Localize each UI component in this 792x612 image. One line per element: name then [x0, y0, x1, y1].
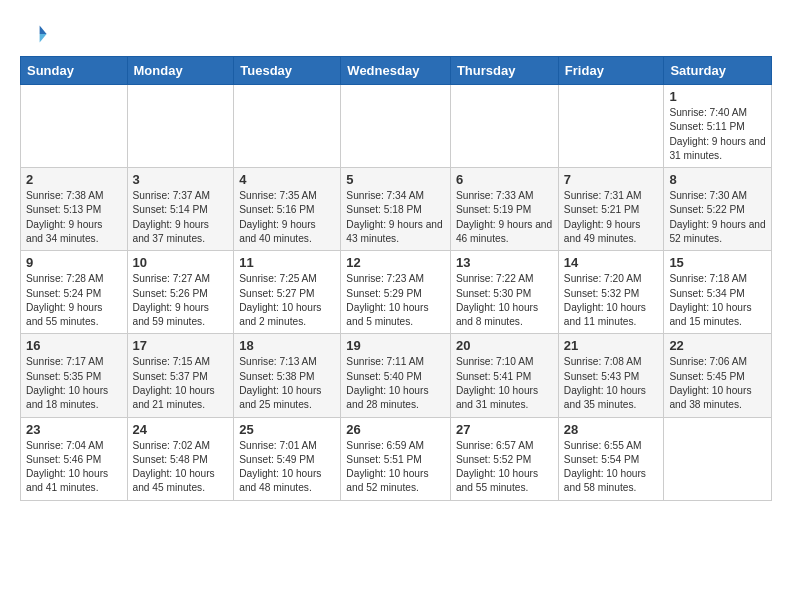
day-cell: 20Sunrise: 7:10 AMSunset: 5:41 PMDayligh…	[450, 334, 558, 417]
day-number: 7	[564, 172, 659, 187]
day-info: Sunrise: 7:10 AMSunset: 5:41 PMDaylight:…	[456, 355, 553, 412]
weekday-header-thursday: Thursday	[450, 57, 558, 85]
weekday-header-saturday: Saturday	[664, 57, 772, 85]
day-cell: 5Sunrise: 7:34 AMSunset: 5:18 PMDaylight…	[341, 168, 451, 251]
weekday-header-monday: Monday	[127, 57, 234, 85]
day-number: 27	[456, 422, 553, 437]
day-info: Sunrise: 7:33 AMSunset: 5:19 PMDaylight:…	[456, 189, 553, 246]
day-cell	[664, 417, 772, 500]
weekday-header-wednesday: Wednesday	[341, 57, 451, 85]
day-cell: 27Sunrise: 6:57 AMSunset: 5:52 PMDayligh…	[450, 417, 558, 500]
day-number: 5	[346, 172, 445, 187]
day-number: 16	[26, 338, 122, 353]
day-info: Sunrise: 7:37 AMSunset: 5:14 PMDaylight:…	[133, 189, 229, 246]
day-info: Sunrise: 7:27 AMSunset: 5:26 PMDaylight:…	[133, 272, 229, 329]
day-number: 8	[669, 172, 766, 187]
weekday-header-row: SundayMondayTuesdayWednesdayThursdayFrid…	[21, 57, 772, 85]
day-info: Sunrise: 7:04 AMSunset: 5:46 PMDaylight:…	[26, 439, 122, 496]
day-info: Sunrise: 7:34 AMSunset: 5:18 PMDaylight:…	[346, 189, 445, 246]
day-info: Sunrise: 6:55 AMSunset: 5:54 PMDaylight:…	[564, 439, 659, 496]
calendar-table: SundayMondayTuesdayWednesdayThursdayFrid…	[20, 56, 772, 501]
logo-icon	[20, 20, 48, 48]
day-number: 3	[133, 172, 229, 187]
day-cell: 13Sunrise: 7:22 AMSunset: 5:30 PMDayligh…	[450, 251, 558, 334]
day-info: Sunrise: 7:30 AMSunset: 5:22 PMDaylight:…	[669, 189, 766, 246]
day-number: 9	[26, 255, 122, 270]
day-cell	[450, 85, 558, 168]
day-cell	[234, 85, 341, 168]
day-info: Sunrise: 7:35 AMSunset: 5:16 PMDaylight:…	[239, 189, 335, 246]
svg-marker-2	[40, 34, 47, 42]
page: SundayMondayTuesdayWednesdayThursdayFrid…	[0, 0, 792, 517]
day-cell: 12Sunrise: 7:23 AMSunset: 5:29 PMDayligh…	[341, 251, 451, 334]
day-cell: 6Sunrise: 7:33 AMSunset: 5:19 PMDaylight…	[450, 168, 558, 251]
day-cell: 22Sunrise: 7:06 AMSunset: 5:45 PMDayligh…	[664, 334, 772, 417]
day-cell: 1Sunrise: 7:40 AMSunset: 5:11 PMDaylight…	[664, 85, 772, 168]
day-info: Sunrise: 7:02 AMSunset: 5:48 PMDaylight:…	[133, 439, 229, 496]
day-number: 13	[456, 255, 553, 270]
day-info: Sunrise: 7:20 AMSunset: 5:32 PMDaylight:…	[564, 272, 659, 329]
day-number: 2	[26, 172, 122, 187]
day-number: 20	[456, 338, 553, 353]
day-info: Sunrise: 7:11 AMSunset: 5:40 PMDaylight:…	[346, 355, 445, 412]
week-row-2: 2Sunrise: 7:38 AMSunset: 5:13 PMDaylight…	[21, 168, 772, 251]
day-number: 21	[564, 338, 659, 353]
day-cell: 10Sunrise: 7:27 AMSunset: 5:26 PMDayligh…	[127, 251, 234, 334]
day-info: Sunrise: 7:18 AMSunset: 5:34 PMDaylight:…	[669, 272, 766, 329]
day-number: 4	[239, 172, 335, 187]
day-cell: 23Sunrise: 7:04 AMSunset: 5:46 PMDayligh…	[21, 417, 128, 500]
header	[20, 16, 772, 48]
day-cell: 15Sunrise: 7:18 AMSunset: 5:34 PMDayligh…	[664, 251, 772, 334]
day-cell	[127, 85, 234, 168]
day-info: Sunrise: 7:31 AMSunset: 5:21 PMDaylight:…	[564, 189, 659, 246]
day-number: 24	[133, 422, 229, 437]
day-info: Sunrise: 7:15 AMSunset: 5:37 PMDaylight:…	[133, 355, 229, 412]
day-cell: 17Sunrise: 7:15 AMSunset: 5:37 PMDayligh…	[127, 334, 234, 417]
day-cell: 7Sunrise: 7:31 AMSunset: 5:21 PMDaylight…	[558, 168, 664, 251]
day-cell: 19Sunrise: 7:11 AMSunset: 5:40 PMDayligh…	[341, 334, 451, 417]
weekday-header-friday: Friday	[558, 57, 664, 85]
week-row-1: 1Sunrise: 7:40 AMSunset: 5:11 PMDaylight…	[21, 85, 772, 168]
day-info: Sunrise: 7:40 AMSunset: 5:11 PMDaylight:…	[669, 106, 766, 163]
day-number: 23	[26, 422, 122, 437]
day-number: 19	[346, 338, 445, 353]
day-cell: 11Sunrise: 7:25 AMSunset: 5:27 PMDayligh…	[234, 251, 341, 334]
day-cell	[21, 85, 128, 168]
day-info: Sunrise: 7:23 AMSunset: 5:29 PMDaylight:…	[346, 272, 445, 329]
day-cell: 3Sunrise: 7:37 AMSunset: 5:14 PMDaylight…	[127, 168, 234, 251]
day-cell: 26Sunrise: 6:59 AMSunset: 5:51 PMDayligh…	[341, 417, 451, 500]
weekday-header-tuesday: Tuesday	[234, 57, 341, 85]
week-row-5: 23Sunrise: 7:04 AMSunset: 5:46 PMDayligh…	[21, 417, 772, 500]
day-cell: 21Sunrise: 7:08 AMSunset: 5:43 PMDayligh…	[558, 334, 664, 417]
weekday-header-sunday: Sunday	[21, 57, 128, 85]
day-number: 11	[239, 255, 335, 270]
day-cell: 24Sunrise: 7:02 AMSunset: 5:48 PMDayligh…	[127, 417, 234, 500]
day-info: Sunrise: 7:17 AMSunset: 5:35 PMDaylight:…	[26, 355, 122, 412]
day-number: 18	[239, 338, 335, 353]
day-number: 25	[239, 422, 335, 437]
day-cell	[341, 85, 451, 168]
day-cell: 25Sunrise: 7:01 AMSunset: 5:49 PMDayligh…	[234, 417, 341, 500]
day-number: 28	[564, 422, 659, 437]
day-number: 6	[456, 172, 553, 187]
day-number: 22	[669, 338, 766, 353]
day-info: Sunrise: 7:06 AMSunset: 5:45 PMDaylight:…	[669, 355, 766, 412]
day-cell: 8Sunrise: 7:30 AMSunset: 5:22 PMDaylight…	[664, 168, 772, 251]
day-info: Sunrise: 7:01 AMSunset: 5:49 PMDaylight:…	[239, 439, 335, 496]
week-row-4: 16Sunrise: 7:17 AMSunset: 5:35 PMDayligh…	[21, 334, 772, 417]
day-cell: 9Sunrise: 7:28 AMSunset: 5:24 PMDaylight…	[21, 251, 128, 334]
day-cell: 14Sunrise: 7:20 AMSunset: 5:32 PMDayligh…	[558, 251, 664, 334]
day-cell	[558, 85, 664, 168]
day-info: Sunrise: 6:59 AMSunset: 5:51 PMDaylight:…	[346, 439, 445, 496]
day-cell: 16Sunrise: 7:17 AMSunset: 5:35 PMDayligh…	[21, 334, 128, 417]
svg-marker-1	[40, 26, 47, 34]
day-cell: 28Sunrise: 6:55 AMSunset: 5:54 PMDayligh…	[558, 417, 664, 500]
logo	[20, 20, 52, 48]
day-number: 17	[133, 338, 229, 353]
day-info: Sunrise: 7:28 AMSunset: 5:24 PMDaylight:…	[26, 272, 122, 329]
day-cell: 4Sunrise: 7:35 AMSunset: 5:16 PMDaylight…	[234, 168, 341, 251]
day-number: 12	[346, 255, 445, 270]
day-cell: 2Sunrise: 7:38 AMSunset: 5:13 PMDaylight…	[21, 168, 128, 251]
day-number: 1	[669, 89, 766, 104]
day-info: Sunrise: 7:22 AMSunset: 5:30 PMDaylight:…	[456, 272, 553, 329]
